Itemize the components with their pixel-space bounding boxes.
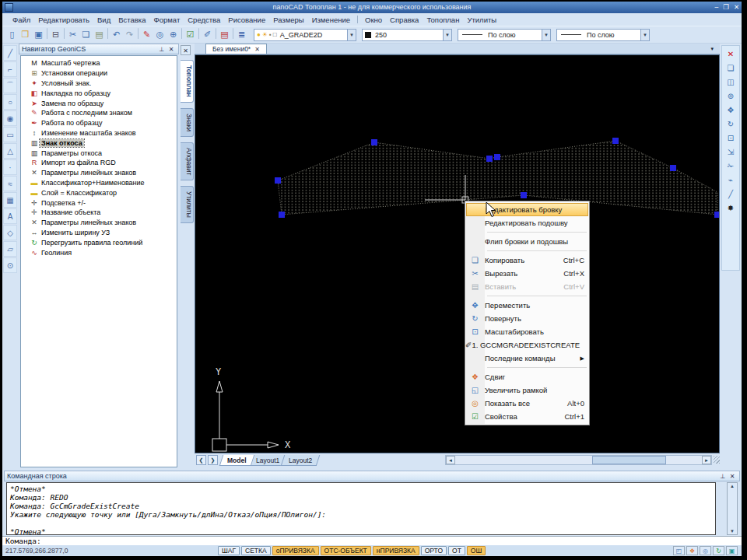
paste-button[interactable]: ▤: [93, 28, 106, 41]
status-toggle[interactable]: ОТ: [448, 546, 465, 555]
context-menu-item[interactable]: Последние команды ▶: [465, 352, 589, 365]
status-toggle[interactable]: оПРИВЯЗКА: [272, 546, 319, 555]
menu-item[interactable]: Файл: [9, 16, 34, 24]
draw-wipeout-button[interactable]: ▱: [3, 241, 17, 257]
menu-item[interactable]: Утилиты: [463, 16, 500, 24]
context-menu-item[interactable]: Флип бровки и подошвы: [465, 235, 589, 248]
scroll-right-icon[interactable]: ►: [702, 456, 711, 464]
draw-circle-button[interactable]: ○: [3, 94, 17, 110]
context-menu-item[interactable]: ▤ Вставить Ctrl+V: [465, 280, 589, 293]
paper-model-button[interactable]: ◰: [673, 546, 685, 555]
document-tab[interactable]: Без имени0*✕: [205, 44, 267, 54]
horizontal-scrollbar[interactable]: ◄ ►: [445, 455, 712, 465]
chevron-down-icon[interactable]: ▼: [640, 30, 649, 40]
color-combo[interactable]: 250 ▼: [362, 29, 452, 41]
tab-next-button[interactable]: ❯: [208, 455, 218, 465]
draw-line-button[interactable]: ╱: [3, 45, 17, 61]
draw-spline-button[interactable]: ≈: [3, 176, 17, 191]
navigator-item[interactable]: ▥ Знак откоса: [29, 138, 177, 148]
context-menu-item[interactable]: [465, 365, 589, 370]
context-menu-item[interactable]: ↻ Повернуть: [465, 312, 589, 325]
pin-icon[interactable]: ⊥: [718, 473, 728, 480]
navigator-item[interactable]: ∿ Геолиния: [29, 247, 177, 257]
close-icon[interactable]: ✕: [181, 45, 191, 55]
chevron-down-icon[interactable]: ▼: [347, 30, 356, 40]
maximize-button[interactable]: ❐: [723, 2, 729, 13]
navigator-item[interactable]: ▥ Параметры откоса: [29, 148, 177, 158]
context-menu-item[interactable]: [465, 229, 589, 235]
erase-button[interactable]: ✕: [724, 47, 738, 60]
menu-item[interactable]: Вид: [93, 16, 114, 24]
context-menu-item[interactable]: [465, 293, 589, 299]
menu-item[interactable]: Редактировать: [34, 16, 93, 24]
navigator-item[interactable]: ↻ Перегрузить правила геолиний: [29, 237, 177, 247]
navigator-item[interactable]: ▬ Слой = Классификатор: [29, 187, 177, 198]
navigator-item[interactable]: ✒ Работа по образцу: [29, 118, 177, 128]
draw-ellipse-button[interactable]: ◉: [3, 110, 17, 126]
scale-button[interactable]: ⊡: [724, 131, 738, 144]
layers-button[interactable]: ≣: [235, 28, 248, 41]
copy-button[interactable]: ❏: [79, 28, 93, 41]
draw-hatch-button[interactable]: ▦: [3, 192, 17, 208]
context-menu-item[interactable]: ✂ Вырезать Ctrl+X: [465, 267, 589, 280]
navigator-item[interactable]: ⊞ Установки операции: [29, 68, 177, 79]
minimize-button[interactable]: –: [715, 2, 719, 13]
tab-list-dropdown-icon[interactable]: ▾: [710, 46, 714, 52]
navigator-item[interactable]: ↕ Изменение масштаба знаков: [29, 128, 177, 138]
scrollbar-thumb[interactable]: [592, 456, 666, 464]
resize-grip[interactable]: [714, 456, 720, 464]
layer-combo[interactable]: ● ☀ ▪ □ A_GRADE2D ▼: [254, 29, 356, 41]
layout-tab[interactable]: Layout2: [281, 455, 321, 466]
context-menu-item[interactable]: ☑ Свойства Ctrl+1: [465, 410, 589, 423]
context-menu-item[interactable]: ◱ Увеличить рамкой: [465, 383, 589, 397]
status-toggle[interactable]: ШАГ: [218, 546, 240, 555]
menu-item[interactable]: Справка: [386, 16, 423, 24]
pan-button[interactable]: ❖: [686, 546, 698, 555]
close-icon[interactable]: ✕: [167, 46, 176, 53]
navigator-item[interactable]: ✎ Работа с последним знаком: [29, 108, 177, 118]
menu-item[interactable]: Изменение: [308, 16, 354, 24]
navigator-item[interactable]: ↔ Изменить ширину УЗ: [29, 228, 177, 238]
navigator-item[interactable]: R Импорт из файла RGD: [29, 158, 177, 168]
side-tab[interactable]: Знаки: [181, 108, 194, 137]
trim-button[interactable]: ✁: [724, 159, 738, 172]
draw-point-button[interactable]: ·: [3, 159, 17, 175]
close-icon[interactable]: ✕: [728, 473, 737, 480]
context-menu-item[interactable]: ⊡ Масштабировать: [465, 325, 589, 338]
open-button[interactable]: ❒: [19, 28, 32, 41]
cut-button[interactable]: ✂: [66, 28, 79, 41]
status-toggle[interactable]: ОШ: [467, 546, 486, 555]
chevron-down-icon[interactable]: ▼: [542, 30, 550, 40]
marker-button[interactable]: ✎: [140, 28, 153, 41]
save-button[interactable]: ▣: [32, 28, 45, 41]
scroll-down-icon[interactable]: ▼: [728, 529, 737, 534]
navigator-item[interactable]: ▬ Классификатор+Наименование: [29, 178, 177, 188]
context-menu-item[interactable]: ❏ Копировать Ctrl+C: [465, 254, 589, 267]
pin-icon[interactable]: ⊥: [157, 46, 167, 53]
navigator-item[interactable]: ✛ Подсветка +/-: [29, 198, 177, 208]
context-menu-item[interactable]: ✐ 1. GCCMGRADEEXISTCREATE: [465, 338, 589, 352]
zoom-window-button[interactable]: ◎: [153, 28, 167, 41]
side-tab[interactable]: Алфавит: [181, 142, 194, 181]
navigator-item[interactable]: ✦ Условный знак.: [29, 79, 177, 89]
menu-item[interactable]: Рисование: [224, 16, 269, 24]
command-input[interactable]: Команда:: [2, 536, 742, 545]
lineweight-combo[interactable]: По слою ▼: [556, 29, 650, 41]
menu-item[interactable]: Топоплан: [423, 16, 463, 24]
close-icon[interactable]: ✕: [254, 46, 260, 53]
side-tab[interactable]: Топоплан: [181, 60, 194, 103]
rotate-button[interactable]: ↻: [724, 117, 738, 130]
status-toggle[interactable]: ОТС-ОБЪЕКТ: [321, 546, 371, 555]
break-button[interactable]: ╱: [724, 187, 738, 200]
move-button[interactable]: ✥: [724, 103, 738, 116]
print-button[interactable]: ⊟: [49, 28, 62, 41]
menu-item[interactable]: Размеры: [269, 16, 307, 24]
scroll-left-icon[interactable]: ◄: [446, 456, 455, 464]
navigator-item[interactable]: M Масштаб чертежа: [29, 58, 177, 68]
menu-item[interactable]: Средства: [184, 16, 224, 24]
chevron-down-icon[interactable]: ▼: [443, 30, 451, 40]
zoom-extents-button[interactable]: ⊕: [167, 28, 180, 41]
undo-button[interactable]: ↶: [110, 28, 123, 41]
scroll-up-icon[interactable]: ▲: [728, 484, 737, 488]
context-menu-item[interactable]: Редактировать бровку: [466, 203, 588, 216]
